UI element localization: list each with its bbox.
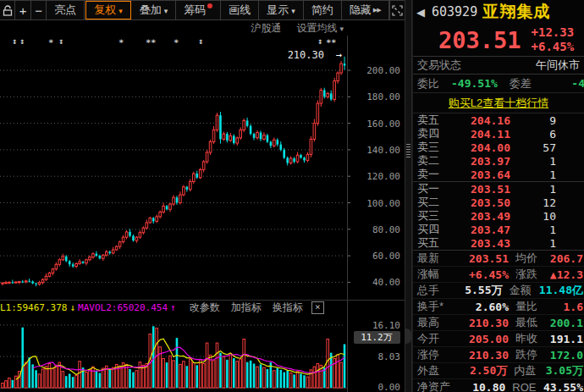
level-quantity: 9 (549, 114, 556, 127)
svg-text:↕: ↕ (317, 36, 322, 46)
info-value: 206.7 (550, 252, 583, 265)
collapse-handle[interactable] (405, 329, 411, 344)
info-label: 最低 (515, 315, 548, 330)
svg-text:∗: ∗ (174, 36, 179, 46)
info-value: 191.1 (550, 333, 583, 345)
fullscreen-icon[interactable] (389, 1, 405, 19)
svg-text:80.00: 80.00 (372, 224, 400, 235)
ask-row[interactable]: 卖三204.0057 (413, 141, 584, 154)
ma-settings-label: 设置均线 (296, 21, 337, 36)
info-label: 跌停 (515, 347, 548, 362)
divider-grip-icon[interactable] (406, 144, 410, 157)
zoom-in-button[interactable]: + (15, 1, 30, 19)
info-label: 金额 (510, 283, 539, 298)
quote-info-grid: 最新203.51均价206.7涨幅+6.45%涨跌▲12.3总手5.55万金额1… (413, 251, 584, 392)
svg-text:∗: ∗ (151, 36, 156, 46)
change-params-button[interactable]: 改参数 (190, 301, 220, 315)
level-quantity: 12 (543, 196, 556, 209)
weibi-row: 委比 -49.51% 委差 -4 (413, 75, 584, 93)
bid-row[interactable]: 买二203.5012 (413, 196, 584, 209)
info-row: 最新203.51均价206.7 (413, 251, 584, 267)
info-label: 换手* (417, 299, 456, 314)
svg-text:120.00: 120.00 (366, 171, 400, 182)
price-change-block: +12.33 +6.45% (532, 25, 575, 54)
arrow-down-icon: ↓ (69, 302, 75, 313)
level-price: 203.47 (446, 224, 510, 236)
ma-settings-button[interactable]: 设置均线▾ (296, 21, 344, 36)
zoom-out-button[interactable]: − (31, 1, 47, 19)
kline-volume-chart[interactable]: 200.00180.00160.00140.00120.00100.0080.0… (0, 36, 405, 392)
hide-button[interactable]: 隐藏▶▶ (342, 1, 389, 19)
back-arrow-icon[interactable]: ◀ (416, 6, 425, 19)
svg-text:16.10: 16.10 (372, 320, 400, 331)
info-value: 210.30 (456, 349, 509, 362)
svg-text:∗: ∗ (118, 36, 124, 46)
panel-divider-scrollbar[interactable] (405, 0, 412, 392)
svg-text:→: → (336, 49, 342, 61)
display-button[interactable]: 显示▾ (259, 1, 304, 19)
hugutong-tab[interactable]: 沪股通 (251, 21, 281, 36)
chart-column: + − 亮点 复权▾ 叠加▾ 筹码 画线 显示▾ 简约 隐藏▶▶ 沪股通 设置均… (0, 0, 412, 392)
bid-row[interactable]: 买三203.4910 (413, 209, 584, 223)
bid-row[interactable]: 买一203.511 (413, 182, 584, 196)
info-value: 203.51 (456, 252, 509, 265)
info-row: 最高210.30最低200.1 (413, 315, 584, 331)
ask-row[interactable]: 卖一203.641 (413, 168, 584, 181)
stock-app-window: + − 亮点 复权▾ 叠加▾ 筹码 画线 显示▾ 简约 隐藏▶▶ 沪股通 设置均… (0, 0, 584, 392)
ask-row[interactable]: 卖二203.971 (413, 154, 584, 168)
ask-row[interactable]: 卖五204.169 (413, 113, 584, 127)
info-value: 2.60% (456, 301, 509, 313)
l2-quote-link[interactable]: 购买L2查看十档行情 (449, 96, 548, 111)
fuquan-button[interactable]: 复权▾ (85, 1, 131, 19)
volume-pane-header: L1:59467.378 ↓ MAVOL2:65020.454 ↑ 改参数 加指… (0, 300, 349, 316)
quote-panel: ◀ 603929 亚翔集成 203.51 +12.33 +6.45% 交易状态 … (412, 0, 584, 392)
chips-button[interactable]: 筹码 (176, 1, 221, 19)
level-label: 卖一 (417, 167, 446, 182)
display-label: 显示 (267, 3, 289, 18)
switch-indicator-button[interactable]: 换指标 (273, 301, 303, 315)
svg-text:↕: ↕ (12, 36, 17, 46)
level-quantity: 57 (543, 141, 556, 154)
bid-levels: 买一203.511买二203.5012买三203.4910买四203.471买五… (413, 182, 584, 251)
level-price: 203.51 (446, 183, 510, 196)
info-label: 净资产 (417, 379, 455, 392)
svg-text:∗: ∗ (331, 36, 336, 46)
svg-text:0.00: 0.00 (378, 382, 401, 392)
last-price: 203.51 (438, 27, 521, 53)
info-label: 涨停 (417, 347, 456, 362)
svg-text:210.30: 210.30 (288, 49, 324, 61)
l2-promo-row: 购买L2查看十档行情 (413, 93, 584, 113)
info-value: 10.80 (455, 381, 505, 392)
info-label: 涨跌 (515, 267, 548, 282)
svg-text:↕: ↕ (58, 36, 63, 46)
svg-text:∗: ∗ (48, 36, 53, 46)
simple-mode-button[interactable]: 简约 (304, 1, 342, 19)
mavol1-readout: L1:59467.378 (0, 302, 67, 313)
fuquan-label: 复权 (94, 3, 116, 18)
svg-text:↕: ↕ (19, 36, 25, 46)
close-indicator-icon[interactable]: × (311, 301, 324, 314)
bid-row[interactable]: 买五203.431 (413, 236, 584, 250)
info-label: 最新 (417, 251, 456, 266)
drawline-button[interactable]: 画线 (221, 1, 259, 19)
info-row: 涨幅+6.45%涨跌▲12.3 (413, 267, 584, 283)
level-quantity: 1 (549, 237, 556, 250)
info-label: ROE (512, 381, 543, 392)
double-arrow-icon: ▶▶ (373, 7, 381, 14)
add-indicator-button[interactable]: 加指标 (231, 301, 262, 315)
highlight-button[interactable]: 亮点 (47, 1, 85, 19)
chart-subbar: 沪股通 设置均线▾ (0, 20, 347, 36)
overlay-button[interactable]: 叠加▾ (132, 1, 177, 19)
level-price: 204.16 (446, 114, 510, 127)
level-label: 买五 (417, 235, 446, 251)
svg-text:140.00: 140.00 (366, 145, 400, 156)
bid-row[interactable]: 买四203.471 (413, 223, 584, 236)
info-label: 涨幅 (417, 267, 456, 282)
ask-row[interactable]: 卖四204.116 (413, 127, 584, 141)
level-price: 204.00 (446, 141, 510, 154)
level-quantity: 6 (549, 128, 556, 141)
lock-icon[interactable] (0, 1, 15, 19)
weibi-value: -49.51% (451, 77, 498, 90)
level-quantity: 1 (549, 168, 556, 181)
info-value: 172.0 (550, 349, 583, 362)
